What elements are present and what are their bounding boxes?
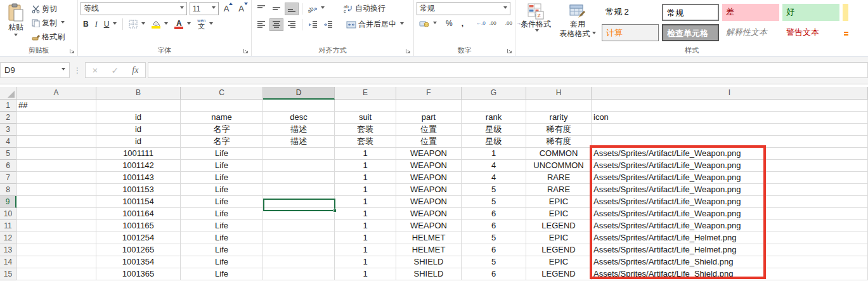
grid-cell[interactable] bbox=[16, 172, 96, 184]
decrease-font-size-button[interactable]: A bbox=[236, 3, 249, 15]
format-painter-button[interactable]: 格式刷 bbox=[29, 30, 67, 44]
grid-cell[interactable]: suit bbox=[335, 112, 396, 124]
cell-style-calculation[interactable]: 计算 bbox=[602, 24, 659, 41]
grid-cell[interactable]: Life bbox=[181, 160, 263, 172]
grid-cell[interactable] bbox=[263, 172, 335, 184]
grid-cell[interactable]: Life bbox=[181, 232, 263, 244]
row-header-13[interactable]: 13 bbox=[0, 244, 16, 256]
grid-cell[interactable]: name bbox=[181, 112, 263, 124]
font-name-combobox[interactable]: 等线 bbox=[81, 2, 187, 15]
cell-style-clipped-next[interactable] bbox=[843, 24, 848, 41]
increase-decimal-button[interactable]: ←.0 .00 bbox=[474, 20, 499, 27]
grid-cell[interactable] bbox=[263, 268, 335, 280]
grid-cell[interactable]: 1 bbox=[335, 256, 396, 268]
grid-cell[interactable]: 1 bbox=[462, 148, 526, 160]
row-header-5[interactable]: 5 bbox=[0, 148, 16, 160]
comma-style-button[interactable]: , bbox=[459, 18, 466, 29]
fill-handle[interactable] bbox=[333, 209, 337, 212]
row-header-12[interactable]: 12 bbox=[0, 232, 16, 244]
font-color-button[interactable]: A bbox=[172, 18, 193, 30]
grid-cell[interactable]: RARE bbox=[526, 172, 592, 184]
number-dialog-launcher-icon[interactable] bbox=[507, 48, 513, 54]
grid-cell[interactable]: 位置 bbox=[396, 136, 462, 148]
grid-cell[interactable]: rarity bbox=[526, 112, 592, 124]
grid-cell[interactable]: HELMET bbox=[396, 232, 462, 244]
grid-cell[interactable]: WEAPON bbox=[396, 196, 462, 208]
grid-cell[interactable]: 1 bbox=[335, 208, 396, 220]
grid-cell[interactable]: 描述 bbox=[263, 124, 335, 136]
grid-cell[interactable]: part bbox=[396, 112, 462, 124]
copy-button[interactable]: 复制 bbox=[29, 16, 67, 30]
enter-icon[interactable]: ✓ bbox=[111, 65, 119, 75]
grid-cell[interactable]: 1 bbox=[335, 220, 396, 232]
grid-cell[interactable]: 5 bbox=[462, 196, 526, 208]
grid-cell[interactable] bbox=[263, 184, 335, 196]
increase-font-size-button[interactable]: A bbox=[221, 3, 234, 15]
grid-cell[interactable]: 星级 bbox=[462, 124, 526, 136]
grid-cell[interactable]: Life bbox=[181, 184, 263, 196]
formula-bar-drag-handle[interactable]: ⋮ bbox=[74, 66, 81, 75]
grid-cell[interactable] bbox=[16, 232, 96, 244]
grid-cell[interactable] bbox=[592, 124, 868, 136]
grid-cell[interactable]: 1001354 bbox=[96, 256, 181, 268]
grid-cell[interactable]: WEAPON bbox=[396, 172, 462, 184]
fill-color-button[interactable] bbox=[149, 19, 171, 30]
grid-cell[interactable]: rank bbox=[462, 112, 526, 124]
grid-cell[interactable]: 6 bbox=[462, 220, 526, 232]
grid-cell[interactable]: 1 bbox=[335, 184, 396, 196]
grid-cell[interactable]: Life bbox=[181, 244, 263, 256]
grid-cell[interactable]: 描述 bbox=[263, 136, 335, 148]
column-header-I[interactable]: I bbox=[592, 87, 868, 100]
column-header-A[interactable]: A bbox=[16, 87, 96, 100]
cell-style-check-cell[interactable]: 检查单元格 bbox=[662, 24, 719, 41]
paste-button[interactable]: 粘贴 bbox=[3, 2, 29, 46]
grid-cell[interactable]: 1001154 bbox=[96, 196, 181, 208]
grid-cell[interactable]: SHIELD bbox=[396, 256, 462, 268]
cell-style-warning[interactable]: 警告文本 bbox=[782, 24, 839, 41]
align-center-button[interactable] bbox=[269, 18, 283, 31]
grid-cell[interactable]: UNCOMMON bbox=[526, 160, 592, 172]
grid-cell[interactable]: 1001164 bbox=[96, 208, 181, 220]
align-left-button[interactable] bbox=[254, 18, 268, 31]
grid-cell[interactable] bbox=[263, 244, 335, 256]
cut-button[interactable]: 剪切 bbox=[29, 3, 67, 16]
accounting-format-button[interactable] bbox=[417, 18, 439, 29]
grid-cell[interactable]: 1001265 bbox=[96, 244, 181, 256]
align-right-button[interactable] bbox=[285, 18, 299, 31]
grid-cell[interactable] bbox=[263, 232, 335, 244]
underline-button[interactable]: U bbox=[101, 18, 120, 30]
grid-cell[interactable]: 1 bbox=[335, 172, 396, 184]
grid-cell[interactable]: 1001365 bbox=[96, 268, 181, 280]
grid-cell[interactable]: 1 bbox=[335, 196, 396, 208]
alignment-dialog-launcher-icon[interactable] bbox=[405, 48, 411, 54]
cell-style-bad[interactable]: 差 bbox=[722, 4, 779, 21]
increase-indent-button[interactable] bbox=[321, 18, 335, 31]
grid-cell[interactable]: EPIC bbox=[526, 256, 592, 268]
insert-function-icon[interactable]: fx bbox=[132, 65, 138, 75]
row-header-3[interactable]: 3 bbox=[0, 124, 16, 136]
row-header-7[interactable]: 7 bbox=[0, 172, 16, 184]
grid-cell[interactable] bbox=[16, 160, 96, 172]
grid-cell[interactable]: 6 bbox=[462, 208, 526, 220]
font-size-combobox[interactable]: 11 bbox=[190, 2, 219, 15]
grid-cell[interactable]: Life bbox=[181, 148, 263, 160]
row-header-6[interactable]: 6 bbox=[0, 160, 16, 172]
conditional-formatting-button[interactable]: ≠ 条件格式 bbox=[518, 2, 554, 46]
grid-cell[interactable]: icon bbox=[592, 112, 868, 124]
grid-cell[interactable]: Life bbox=[181, 256, 263, 268]
grid-cell[interactable]: ## bbox=[16, 100, 96, 112]
copy-dropdown-caret[interactable] bbox=[61, 21, 65, 25]
grid-cell[interactable]: 稀有度 bbox=[526, 124, 592, 136]
grid-cell[interactable]: 6 bbox=[462, 268, 526, 280]
borders-button[interactable] bbox=[126, 18, 148, 30]
grid-cell[interactable]: 星级 bbox=[462, 136, 526, 148]
row-header-10[interactable]: 10 bbox=[0, 208, 16, 220]
cancel-icon[interactable]: × bbox=[93, 65, 98, 75]
grid-cell[interactable] bbox=[96, 100, 181, 112]
grid-cell[interactable] bbox=[16, 268, 96, 280]
align-top-button[interactable] bbox=[254, 3, 268, 15]
column-header-C[interactable]: C bbox=[181, 87, 263, 100]
font-dialog-launcher-icon[interactable] bbox=[243, 48, 249, 54]
grid-cell[interactable]: desc bbox=[263, 112, 335, 124]
grid-cell[interactable]: COMMON bbox=[526, 148, 592, 160]
